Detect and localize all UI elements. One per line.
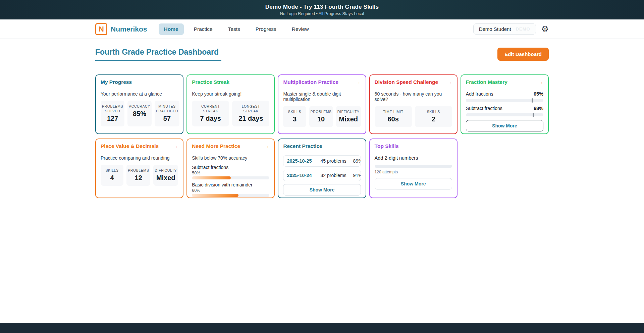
card-subtitle: 60 seconds - how many can you solve? <box>375 91 452 102</box>
session-date: 2025-10-24 <box>287 173 312 178</box>
card-title: Fraction Mastery <box>466 79 507 85</box>
nav-item-practice[interactable]: Practice <box>189 23 218 35</box>
card-title: Division Speed Challenge <box>375 79 438 85</box>
stat-minutes-practiced: MINUTES PRACTICED 57 <box>155 101 179 126</box>
stat-current-streak: CURRENT STREAK 7 days <box>192 101 229 126</box>
skill-name: Subtract fractions <box>192 165 269 170</box>
show-more-button[interactable]: Show More <box>375 178 452 189</box>
card-subtitle: Keep your streak going! <box>192 91 269 97</box>
nav-item-tests[interactable]: Tests <box>223 23 246 35</box>
card-place-value-decimals[interactable]: Place Value & Decimals → Practice compar… <box>95 138 183 198</box>
card-top-skills: Top Skills Add 2-digit numbers 120 attem… <box>369 138 458 198</box>
banner-subtitle: No Login Required • All Progress Stays L… <box>280 11 364 16</box>
brand-link[interactable]: N Numerikos <box>95 23 147 35</box>
skill-percent: 60% <box>192 188 269 193</box>
progress-marker <box>533 113 534 117</box>
card-title: My Progress <box>101 79 132 85</box>
dashboard-cards-grid: My Progress Your performance at a glance… <box>95 74 549 198</box>
stat-skills: SKILLS 4 <box>101 165 123 186</box>
arrow-right-icon: → <box>356 79 361 85</box>
show-more-button[interactable]: Show More <box>283 184 361 196</box>
stat-problems-solved: PROBLEMS SOLVED 127 <box>101 101 124 126</box>
edit-dashboard-button[interactable]: Edit Dashboard <box>497 48 549 61</box>
skill-name: Add 2-digit numbers <box>375 155 452 161</box>
session-row: 2025-10-24 32 problems 91% accuracy <box>283 170 361 181</box>
arrow-right-icon: → <box>447 79 452 85</box>
progress-fill <box>192 176 231 179</box>
stat-skills: SKILLS 2 <box>415 106 452 127</box>
nav-item-progress[interactable]: Progress <box>250 23 282 35</box>
skill-name: Add fractions <box>466 91 493 97</box>
card-fraction-mastery[interactable]: Fraction Mastery → Add fractions 65% Sub… <box>461 74 549 134</box>
stat-accuracy: ACCURACY 85% <box>127 101 152 126</box>
session-accuracy: 89% accuracy <box>353 158 361 164</box>
progress-track <box>375 165 452 168</box>
session-row: 2025-10-25 45 problems 89% accuracy <box>283 155 361 167</box>
card-title: Practice Streak <box>192 79 229 85</box>
stat-difficulty: DIFFICULTY Mixed <box>336 106 361 127</box>
footer-bar <box>0 323 644 333</box>
card-title: Place Value & Decimals <box>101 143 159 149</box>
skill-percent: 68% <box>534 106 543 111</box>
skill-attempts: 120 attempts <box>375 170 452 174</box>
card-recent-practice: Recent Practice 2025-10-25 45 problems 8… <box>278 138 366 198</box>
arrow-right-icon: → <box>264 143 269 149</box>
card-subtitle: Master single & double digit multiplicat… <box>283 91 361 102</box>
session-problems: 32 problems <box>321 173 346 178</box>
session-problems: 45 problems <box>321 158 346 164</box>
nav-links: Home Practice Tests Progress Review <box>159 23 473 35</box>
card-division-speed-challenge[interactable]: Division Speed Challenge → 60 seconds - … <box>369 74 458 134</box>
card-my-progress: My Progress Your performance at a glance… <box>95 74 183 134</box>
arrow-right-icon: → <box>173 143 178 149</box>
gear-icon[interactable]: ⚙ <box>541 25 549 33</box>
stat-longest-streak: LONGEST STREAK 21 days <box>232 101 269 126</box>
demo-mode-banner: Demo Mode - Try 113 Fourth Grade Skills … <box>0 0 644 19</box>
stat-difficulty: DIFFICULTY Mixed <box>153 165 178 186</box>
stat-skills: SKILLS 3 <box>283 106 306 127</box>
progress-track <box>466 113 543 116</box>
card-title: Multiplication Practice <box>283 79 338 85</box>
skill-percent: 65% <box>534 91 543 97</box>
progress-track <box>192 176 269 179</box>
card-need-more-practice[interactable]: Need More Practice → Skills below 70% ac… <box>186 138 275 198</box>
demo-badge: DEMO <box>516 26 530 32</box>
progress-marker <box>532 98 533 103</box>
student-name: Demo Student <box>479 26 511 32</box>
stat-problems: PROBLEMS 10 <box>309 106 333 127</box>
banner-title: Demo Mode - Try 113 Fourth Grade Skills <box>265 4 379 10</box>
card-title: Need More Practice <box>192 143 240 149</box>
card-subtitle: Practice comparing and rounding <box>101 155 178 161</box>
page-title: Fourth Grade Practice Dashboard <box>95 48 221 61</box>
skill-name: Subtract fractions <box>466 106 502 111</box>
progress-fill <box>192 194 238 197</box>
main-content: Fourth Grade Practice Dashboard Edit Das… <box>95 39 549 198</box>
show-more-button[interactable]: Show More <box>466 120 543 131</box>
skill-percent: 50% <box>192 171 269 175</box>
student-selector[interactable]: Demo Student DEMO <box>473 23 536 35</box>
nav-item-review[interactable]: Review <box>286 23 314 35</box>
card-subtitle: Skills below 70% accuracy <box>192 155 269 161</box>
card-subtitle: Your performance at a glance <box>101 91 178 97</box>
stat-problems: PROBLEMS 12 <box>126 165 150 186</box>
card-multiplication-practice[interactable]: Multiplication Practice → Master single … <box>278 74 366 134</box>
stat-time-limit: TIME LIMIT 60s <box>375 106 412 127</box>
session-accuracy: 91% accuracy <box>353 173 361 178</box>
nav-item-home[interactable]: Home <box>159 23 184 35</box>
progress-track <box>192 194 269 197</box>
session-date: 2025-10-25 <box>287 158 312 164</box>
skill-name: Basic division with remainder <box>192 182 269 187</box>
card-practice-streak: Practice Streak Keep your streak going! … <box>186 74 275 134</box>
progress-track <box>466 99 543 102</box>
card-title: Top Skills <box>375 143 399 149</box>
arrow-right-icon: → <box>538 79 543 85</box>
top-nav: N Numerikos Home Practice Tests Progress… <box>0 19 644 39</box>
card-title: Recent Practice <box>283 143 322 149</box>
numerikos-logo-icon: N <box>95 23 107 35</box>
brand-name: Numerikos <box>111 25 147 33</box>
